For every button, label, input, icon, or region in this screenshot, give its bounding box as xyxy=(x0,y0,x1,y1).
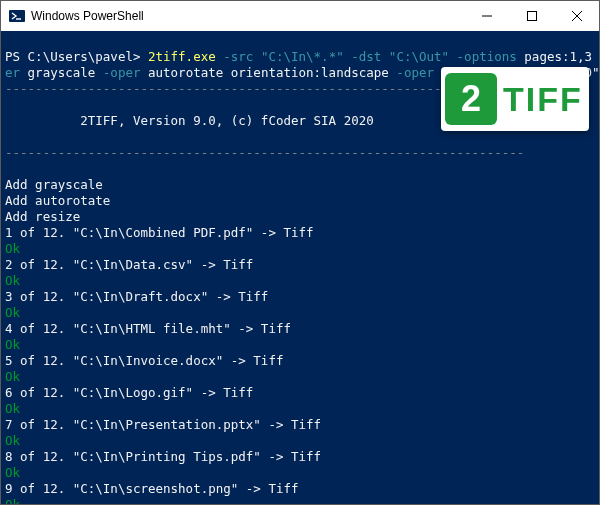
banner: 2TIFF, Version 9.0, (c) fCoder SIA 2020 xyxy=(5,113,374,128)
maximize-button[interactable] xyxy=(509,1,554,31)
status-ok: Ok xyxy=(5,273,20,288)
dashes-bot: ----------------------------------------… xyxy=(5,145,524,160)
flag-oper2: -oper xyxy=(103,65,148,80)
logo-word: TIFF xyxy=(503,91,583,107)
status-ok: Ok xyxy=(5,497,20,504)
flag-oper3: -oper xyxy=(396,65,441,80)
status-ok: Ok xyxy=(5,305,20,320)
val-op2: autorotate orientation:landscape xyxy=(148,65,396,80)
flag-src: -src xyxy=(223,49,261,64)
file-line: 5 of 12. "C:\In\Invoice.docx" -> Tiff xyxy=(5,353,283,368)
status-ok: Ok xyxy=(5,465,20,480)
val-dst: "C:\Out" xyxy=(389,49,457,64)
window-title: Windows PowerShell xyxy=(31,9,464,23)
val-src: "C:\In\*.*" xyxy=(261,49,351,64)
val-options: pages:1,3 xyxy=(524,49,599,64)
file-line: 2 of 12. "C:\In\Data.csv" -> Tiff xyxy=(5,257,253,272)
status-ok: Ok xyxy=(5,241,20,256)
status-ok: Ok xyxy=(5,369,20,384)
file-line: 8 of 12. "C:\In\Printing Tips.pdf" -> Ti… xyxy=(5,449,321,464)
status-ok: Ok xyxy=(5,401,20,416)
flag-er: er xyxy=(5,65,28,80)
titlebar[interactable]: Windows PowerShell xyxy=(1,1,599,31)
add-line: Add grayscale xyxy=(5,177,103,192)
powershell-icon xyxy=(9,8,25,24)
flag-options: -options xyxy=(457,49,525,64)
logo-square: 2 xyxy=(445,73,497,125)
status-ok: Ok xyxy=(5,433,20,448)
prompt-cwd: C:\Users\pavel> xyxy=(28,49,141,64)
minimize-button[interactable] xyxy=(464,1,509,31)
file-line: 9 of 12. "C:\In\screenshot.png" -> Tiff xyxy=(5,481,299,496)
prompt-ps: PS xyxy=(5,49,28,64)
terminal[interactable]: PS C:\Users\pavel> 2tiff.exe -src "C:\In… xyxy=(1,31,599,504)
file-line: 3 of 12. "C:\In\Draft.docx" -> Tiff xyxy=(5,289,268,304)
prompt-exe: 2tiff.exe xyxy=(140,49,223,64)
file-line: 6 of 12. "C:\In\Logo.gif" -> Tiff xyxy=(5,385,253,400)
add-line: Add autorotate xyxy=(5,193,110,208)
product-logo: 2 TIFF xyxy=(441,67,589,131)
add-line: Add resize xyxy=(5,209,80,224)
file-line: 7 of 12. "C:\In\Presentation.pptx" -> Ti… xyxy=(5,417,321,432)
flag-dst: -dst xyxy=(351,49,389,64)
file-line: 4 of 12. "C:\In\HTML file.mht" -> Tiff xyxy=(5,321,291,336)
val-op1: grayscale xyxy=(28,65,103,80)
svg-rect-1 xyxy=(527,12,536,21)
powershell-window: Windows PowerShell PS C:\Users\pavel> 2t… xyxy=(0,0,600,505)
file-line: 1 of 12. "C:\In\Combined PDF.pdf" -> Tif… xyxy=(5,225,314,240)
close-button[interactable] xyxy=(554,1,599,31)
status-ok: Ok xyxy=(5,337,20,352)
